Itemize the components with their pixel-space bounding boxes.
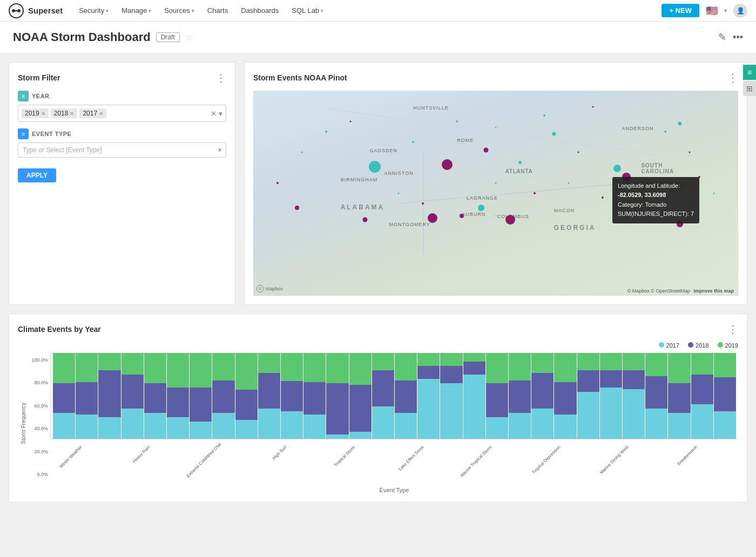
map-dot-s5 [664,131,666,133]
bar-19-seg1 [486,417,508,439]
bar-20-seg2 [509,381,531,413]
bar-28-seg2 [691,375,713,405]
nav-sources[interactable]: Sources ▾ [159,4,200,17]
tag-2017: 2017 ✕ [79,108,106,118]
bar-7-seg1 [212,413,234,439]
tag-2017-close-icon[interactable]: ✕ [99,111,103,117]
bar-stack-1 [76,353,98,439]
map-dot-s19 [412,141,414,143]
map-container[interactable]: ALABAMA GEORGIA SOUTHCAROLINA Atlanta Bi… [253,91,738,296]
y-tick-20: 20.0% [29,449,48,454]
language-flag-icon[interactable]: 🇺🇸 [706,5,718,17]
bar-11-seg3 [303,353,326,382]
event-type-select[interactable]: Type or Select [Event Type] ▾ [18,142,226,158]
bar-stack-9 [258,353,280,439]
map-dot-9 [613,165,621,172]
x-label-27: Sneakerwave [664,445,698,479]
bar-28-seg1 [691,404,713,439]
bar-9-seg1 [258,409,280,439]
bar-21-seg3 [531,353,554,373]
nav-security[interactable]: Security ▾ [73,4,114,17]
tag-clear-icon[interactable]: ✕ ▾ [211,110,222,118]
bar-23-seg1 [577,392,599,439]
new-button[interactable]: + NEW [662,4,699,17]
map-label-anderson: Anderson [622,126,653,131]
map-label-anniston: Anniston [384,171,413,176]
favorite-star-icon[interactable]: ☆ [185,32,193,43]
bar-11-seg2 [303,382,326,415]
bar-1-seg2 [76,382,98,415]
apply-button[interactable]: APPLY [18,168,56,182]
year-tag-input[interactable]: 2019 ✕ 2018 ✕ 2017 ✕ ✕ ▾ [18,105,226,122]
bar-16-seg2 [417,366,440,379]
filter-panel-menu-icon[interactable]: ⋮ [215,71,226,84]
map-dot-s10 [602,196,604,199]
bar-13-seg3 [349,353,372,385]
page-title-row: NOAA Storm Dashboard Draft ☆ [13,30,193,44]
language-chevron-icon[interactable]: ▾ [724,8,727,13]
bar-18-seg3 [463,353,485,362]
bar-stack-21 [531,353,554,439]
sidebar-layout-button[interactable]: ⊞ [743,81,756,96]
bar-19-seg3 [486,353,508,383]
y-tick-60: 60.0% [29,403,48,409]
year-filter-section: ≡ YEAR 2019 ✕ 2018 ✕ 2017 ✕ ✕ ▾ [18,91,226,122]
navbar-right: + NEW 🇺🇸 ▾ 👤 [662,4,747,18]
chart-panel: Climate Events by Year ⋮ 2017 2018 2019 … [9,314,747,502]
event-type-filter-icon: ≡ [18,128,29,139]
nav-charts[interactable]: Charts [202,4,233,17]
user-avatar-icon[interactable]: 👤 [733,4,747,18]
map-dot-5 [484,148,489,153]
nav-dashboards[interactable]: Dashboards [235,4,284,17]
map-label-macon: Macon [554,208,575,213]
sidebar-filter-button[interactable]: ≡ [743,65,756,80]
bar-stack-24 [600,353,622,439]
bar-stack-20 [509,353,531,439]
x-axis-title: Event Type [380,487,409,493]
map-dot-s14 [534,192,536,194]
map-panel-menu-icon[interactable]: ⋮ [727,71,738,84]
edit-icon[interactable]: ✎ [718,31,726,43]
tag-2018-close-icon[interactable]: ✕ [70,111,74,117]
bar-18-seg2 [463,362,485,375]
bar-14-seg3 [372,353,394,370]
bar-set-1 [76,353,98,439]
map-dot-3 [369,161,381,173]
nav-manage[interactable]: Manage ▾ [116,4,157,17]
map-dot-s4 [592,106,593,108]
y-tick-80: 80.0% [29,380,48,385]
bar-26-seg1 [645,409,667,439]
chart-panel-menu-icon[interactable]: ⋮ [727,323,738,336]
tag-2019-close-icon[interactable]: ✕ [41,111,45,117]
bar-set-11 [303,353,326,439]
bar-stack-3 [122,353,144,439]
bar-18-seg1 [463,375,485,439]
nav-sql-lab[interactable]: SQL Lab ▾ [286,4,329,17]
bar-7-seg3 [212,353,234,381]
bar-set-6: Extreme Cold/Wind Chill [190,353,212,439]
bar-26-seg2 [645,376,667,409]
bar-set-19 [486,353,508,439]
bar-29-seg2 [714,377,736,412]
bar-stack-17 [440,353,462,439]
bar-set-2 [98,353,120,439]
bar-29-seg3 [714,353,736,377]
filter-panel: Storm Filter ⋮ ≡ YEAR 2019 ✕ 2018 ✕ 2017… [9,62,235,305]
bar-13-seg1 [349,432,372,439]
bar-24-seg3 [600,353,622,370]
draft-badge: Draft [156,32,180,42]
x-label-18: Marine Tropical Storm [459,445,493,479]
map-dot-s6 [689,152,691,153]
improve-map-link[interactable]: Improve this map [693,288,734,294]
map-panel: Storm Events NOAA Pinot ⋮ ALABAMA GEORGI… [244,62,747,305]
bar-2-seg1 [98,417,120,439]
mapbox-logo-icon: © [256,285,264,293]
bar-set-14 [372,353,394,439]
bar-25-seg1 [623,389,645,439]
page-header: NOAA Storm Dashboard Draft ☆ ✎ ••• [0,22,756,53]
map-credit: © Mapbox © OpenStreetMap Improve this ma… [627,288,734,294]
chart-panel-title: Climate Events by Year [18,325,101,334]
more-options-icon[interactable]: ••• [733,32,743,43]
bar-stack-6 [190,353,212,439]
nav-security-chevron-icon: ▾ [106,8,109,13]
